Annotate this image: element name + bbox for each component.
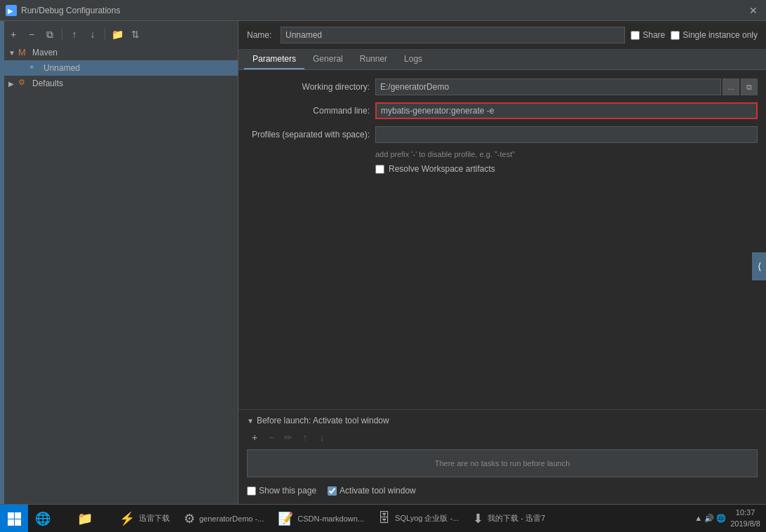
tab-logs[interactable]: Logs <box>396 50 431 69</box>
profiles-hint: add prefix '-' to disable profile, e.g. … <box>375 150 758 158</box>
csdn-label: CSDN-markdown... <box>297 514 364 523</box>
maven-icon: M <box>18 47 29 58</box>
bl-remove-button[interactable]: − <box>264 430 279 445</box>
bottom-checkboxes: Show this page Activate tool window <box>247 483 758 498</box>
activate-tool-checkbox[interactable] <box>328 486 337 496</box>
browse-button[interactable]: ... <box>723 79 739 95</box>
taskbar: 🌐 📁 ⚡ 迅雷下载 ⚙ generatorDemo -... 📝 CSDN-m… <box>0 504 766 532</box>
taskbar-csdn[interactable]: 📝 CSDN-markdown... <box>271 505 371 533</box>
external-button[interactable]: ⧉ <box>741 79 758 95</box>
show-page-label: Show this page <box>259 486 316 496</box>
right-blue-panel-btn[interactable]: ⟨ <box>752 252 766 280</box>
side-accent-bar <box>0 21 4 504</box>
defaults-icon: ⚙ <box>18 78 29 89</box>
svg-rect-5 <box>15 519 21 526</box>
title-bar: ▶ Run/Debug Configurations ✕ <box>0 0 766 21</box>
add-config-button[interactable]: + <box>6 27 21 42</box>
taskbar-xunlei[interactable]: ⚡ 迅雷下载 <box>112 505 177 533</box>
folder-button[interactable]: 📁 <box>109 27 125 42</box>
taskbar-intellij[interactable]: ⚙ generatorDemo -... <box>177 505 271 533</box>
xunlei-label: 迅雷下载 <box>139 513 170 524</box>
activate-tool-label: Activate tool window <box>340 486 416 496</box>
sort-button[interactable]: ⇅ <box>128 27 143 42</box>
resolve-row: Resolve Workspace artifacts <box>375 164 758 174</box>
bl-up-button[interactable]: ↑ <box>297 430 313 445</box>
explorer-icon: 📁 <box>77 511 93 526</box>
taskbar-right: ▲ 🔊 🌐 10:37 2019/8/8 <box>689 507 766 529</box>
tree-item-unnamed[interactable]: ● Unnamed <box>0 60 238 76</box>
name-input[interactable] <box>281 27 625 43</box>
name-row: Name: Share Single instance only <box>238 21 766 50</box>
before-launch-toolbar: + − ✏ ↑ ↓ <box>247 430 758 445</box>
svg-rect-4 <box>8 519 14 526</box>
no-tasks-text: There are no tasks to run before launch <box>435 459 570 468</box>
single-instance-label: Single instance only <box>683 30 758 40</box>
title-bar-icon: ▶ <box>6 5 17 16</box>
working-dir-input[interactable] <box>375 79 721 95</box>
profiles-input[interactable] <box>375 126 758 143</box>
toolbar-separator-2 <box>105 29 105 40</box>
command-line-input[interactable] <box>375 102 758 119</box>
svg-rect-3 <box>15 512 21 519</box>
single-instance-group: Single instance only <box>671 30 758 40</box>
move-up-button[interactable]: ↑ <box>67 27 82 42</box>
tab-runner[interactable]: Runner <box>351 50 396 69</box>
move-down-button[interactable]: ↓ <box>85 27 100 42</box>
activate-tool-group: Activate tool window <box>328 486 416 496</box>
before-launch-section: ▼ Before launch: Activate tool window + … <box>238 409 766 504</box>
show-page-checkbox[interactable] <box>247 486 256 496</box>
copy-config-button[interactable]: ⧉ <box>42 27 58 42</box>
show-page-group: Show this page <box>247 486 316 496</box>
tree-item-defaults[interactable]: ▶ ⚙ Defaults <box>0 76 238 91</box>
taskbar-edge[interactable]: 🌐 <box>28 505 70 533</box>
unnamed-label: Unnamed <box>43 63 80 73</box>
bl-edit-button[interactable]: ✏ <box>281 430 296 445</box>
share-checkbox[interactable] <box>631 31 640 40</box>
tab-general[interactable]: General <box>304 50 351 69</box>
collapse-icon[interactable]: ▼ <box>247 417 254 425</box>
unnamed-icon: ● <box>29 62 41 74</box>
command-line-label: Command line: <box>247 106 370 116</box>
expand-icon-defaults: ▶ <box>8 80 17 88</box>
sqlyog-icon: 🗄 <box>378 511 391 526</box>
taskbar-xunlei2[interactable]: ⬇ 我的下载 - 迅雷7 <box>466 505 552 533</box>
single-instance-checkbox[interactable] <box>671 31 680 40</box>
name-label: Name: <box>247 30 275 40</box>
command-line-row: Command line: <box>247 102 758 119</box>
csdn-icon: 📝 <box>278 511 293 526</box>
share-group: Share <box>631 30 665 40</box>
resolve-checkbox[interactable] <box>375 165 384 174</box>
working-dir-field-group: ... ⧉ <box>375 79 758 95</box>
close-button[interactable]: ✕ <box>746 4 760 18</box>
tree-item-maven[interactable]: ▼ M Maven <box>0 45 238 60</box>
bl-add-button[interactable]: + <box>247 430 262 445</box>
taskbar-explorer[interactable]: 📁 <box>70 505 112 533</box>
xunlei2-label: 我的下载 - 迅雷7 <box>488 513 545 524</box>
resolve-label: Resolve Workspace artifacts <box>389 164 495 174</box>
defaults-label: Defaults <box>32 79 63 88</box>
parameters-content: Working directory: ... ⧉ Command line: P… <box>238 70 766 409</box>
svg-text:▶: ▶ <box>8 7 13 15</box>
title-bar-title: Run/Debug Configurations <box>21 6 746 15</box>
tab-parameters[interactable]: Parameters <box>244 50 304 69</box>
svg-rect-2 <box>8 512 14 519</box>
taskbar-sqlyog[interactable]: 🗄 SQLyog 企业版 -... <box>371 505 466 533</box>
tabs-bar: Parameters General Runner Logs <box>238 50 766 70</box>
start-button[interactable] <box>0 505 28 533</box>
edge-icon: 🌐 <box>35 511 51 526</box>
main-container: + − ⧉ ↑ ↓ 📁 ⇅ ▼ M Maven ● Unnamed ▶ ⚙ De… <box>0 21 766 504</box>
right-panel: Name: Share Single instance only Paramet… <box>238 21 766 504</box>
working-dir-row: Working directory: ... ⧉ <box>247 79 758 95</box>
working-dir-label: Working directory: <box>247 82 370 92</box>
remove-config-button[interactable]: − <box>24 27 39 42</box>
sqlyog-label: SQLyog 企业版 -... <box>395 513 459 524</box>
share-label: Share <box>643 30 665 40</box>
left-panel: + − ⧉ ↑ ↓ 📁 ⇅ ▼ M Maven ● Unnamed ▶ ⚙ De… <box>0 21 238 504</box>
intellij-icon: ⚙ <box>184 511 195 526</box>
bl-down-button[interactable]: ↓ <box>314 430 330 445</box>
taskbar-date: 2019/8/8 <box>730 519 760 529</box>
tray-icons: ▲ 🔊 🌐 <box>694 514 726 523</box>
toolbar-separator <box>62 29 62 40</box>
tasks-area: There are no tasks to run before launch <box>247 449 758 477</box>
profiles-row: Profiles (separated with space): <box>247 126 758 143</box>
